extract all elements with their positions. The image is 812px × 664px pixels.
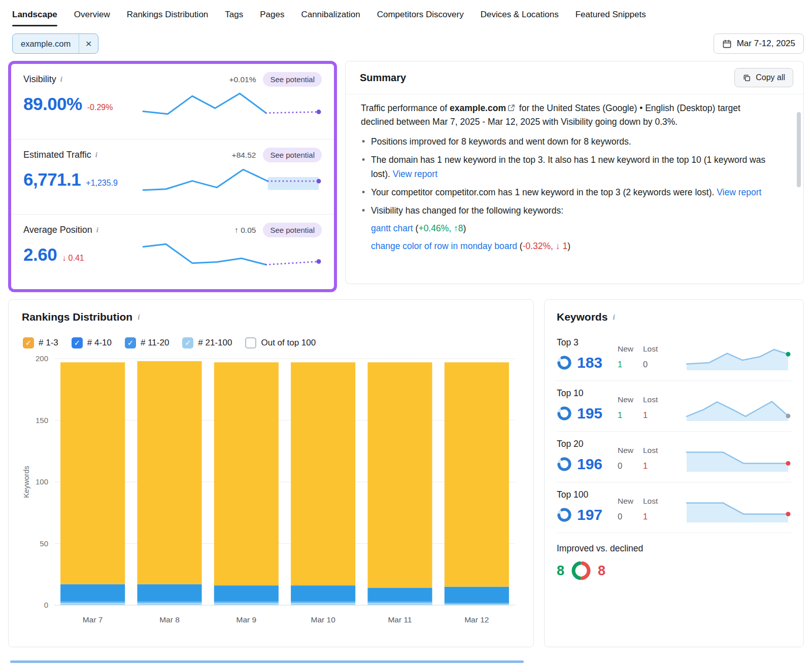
visibility-card: Visibility i +0.01% See potential 89.00%… <box>11 64 334 139</box>
bucket-label: Top 3 <box>557 337 618 348</box>
link[interactable]: View report <box>717 187 761 197</box>
top-section: Visibility i +0.01% See potential 89.00%… <box>0 60 812 292</box>
tab-rankings-distribution[interactable]: Rankings Distribution <box>127 10 209 26</box>
tab-cannibalization[interactable]: Cannibalization <box>301 10 360 26</box>
position-tracking-page: LandscapeOverviewRankings DistributionTa… <box>0 0 812 647</box>
svg-text:200: 200 <box>36 354 48 363</box>
link[interactable]: gantt chart <box>371 223 413 233</box>
legend-11-20[interactable]: ✓# 11-20 <box>125 337 169 348</box>
new-count: 0 <box>618 461 643 471</box>
keyword-rows: Top 3183New1Lost0Top 10195New1Lost1Top 2… <box>557 330 791 533</box>
improved-count[interactable]: 8 <box>557 563 564 579</box>
bucket-label: Top 100 <box>557 490 618 500</box>
checked-checkbox-icon[interactable]: ✓ <box>182 337 193 348</box>
keywords-title: Keywords <box>557 311 607 323</box>
summary-bullets: Positions improved for 8 keywords and we… <box>361 135 775 253</box>
domain-filter-chip[interactable]: example.com × <box>12 33 98 54</box>
legend-label: # 11-20 <box>141 338 169 348</box>
new-count: 1 <box>618 410 643 420</box>
position-value: 2.60 <box>23 244 57 265</box>
checked-checkbox-icon[interactable]: ✓ <box>72 337 83 348</box>
tab-devices-locations[interactable]: Devices & Locations <box>481 10 559 26</box>
svg-text:Mar 8: Mar 8 <box>159 615 180 624</box>
keyword-trend-sparkline <box>684 496 791 523</box>
summary-title: Summary <box>360 72 406 84</box>
visibility-header-delta: +0.01% <box>229 75 256 84</box>
tab-landscape[interactable]: Landscape <box>12 10 57 26</box>
summary-bullet: Your competitor competitor.com has 1 new… <box>361 186 775 199</box>
calendar-icon <box>722 39 732 49</box>
svg-text:Mar 12: Mar 12 <box>464 615 489 624</box>
tab-tags[interactable]: Tags <box>225 10 243 26</box>
keyword-count[interactable]: 196 <box>577 456 602 473</box>
summary-bullet: Visibility has changed for the following… <box>361 204 775 253</box>
link[interactable]: View report <box>393 169 437 179</box>
bucket-label: Top 10 <box>557 388 618 399</box>
info-icon[interactable]: i <box>96 226 98 234</box>
declined-count[interactable]: 8 <box>598 563 605 579</box>
info-icon[interactable]: i <box>138 313 140 322</box>
legend-4-10[interactable]: ✓# 4-10 <box>72 337 112 348</box>
legend-1-3[interactable]: ✓# 1-3 <box>23 337 58 348</box>
lost-count: 1 <box>643 461 668 471</box>
filter-row: example.com × Mar 7-12, 2025 <box>0 26 812 60</box>
summary-bullet: The domain has 1 new keyword in the top … <box>361 153 775 181</box>
info-icon[interactable]: i <box>613 313 615 322</box>
legend-out-of-top-100[interactable]: Out of top 100 <box>245 337 316 348</box>
tab-overview[interactable]: Overview <box>74 10 110 26</box>
summary-panel: Summary Copy all Traffic performance of … <box>345 61 804 284</box>
see-potential-badge[interactable]: See potential <box>263 148 322 162</box>
copy-all-button[interactable]: Copy all <box>734 68 793 87</box>
lost-header: Lost <box>643 344 668 354</box>
legend-label: # 21-100 <box>198 338 232 348</box>
rankings-distribution-panel: Rankings Distribution i ✓# 1-3✓# 4-10✓# … <box>8 299 534 647</box>
lost-header: Lost <box>643 497 668 506</box>
link[interactable]: change color of row in monday board <box>371 241 517 251</box>
progress-donut-icon <box>557 507 572 522</box>
rankings-distribution-chart: 050100150200KeywordsMar 7Mar 8Mar 9Mar 1… <box>22 351 520 628</box>
info-icon[interactable]: i <box>60 75 62 84</box>
keyword-row-top-20: Top 20196New0Lost1 <box>557 432 791 482</box>
info-icon[interactable]: i <box>95 151 97 159</box>
keywords-panel: Keywords i Top 3183New1Lost0Top 10195New… <box>544 299 804 647</box>
new-header: New <box>618 497 643 506</box>
summary-intro: Traffic performance of example.com for t… <box>361 101 775 129</box>
svg-text:Mar 7: Mar 7 <box>83 615 103 624</box>
unchecked-checkbox-icon[interactable] <box>245 337 256 348</box>
tab-pages[interactable]: Pages <box>260 10 284 26</box>
rankings-legend: ✓# 1-3✓# 4-10✓# 11-20✓# 21-100Out of top… <box>23 337 520 348</box>
nav-tabs: LandscapeOverviewRankings DistributionTa… <box>0 0 812 26</box>
position-sparkline <box>140 238 322 271</box>
close-icon[interactable]: × <box>79 34 98 53</box>
lost-count: 0 <box>643 360 668 369</box>
tab-featured-snippets[interactable]: Featured Snippets <box>576 10 646 26</box>
legend-21-100[interactable]: ✓# 21-100 <box>182 337 232 348</box>
position-header-delta: ↑ 0.05 <box>234 226 256 235</box>
tab-competitors-discovery[interactable]: Competitors Discovery <box>377 10 464 26</box>
traffic-header-delta: +84.52 <box>232 151 256 160</box>
legend-label: # 4-10 <box>87 338 112 348</box>
lost-header: Lost <box>643 446 668 455</box>
visibility-value: 89.00% <box>23 94 82 114</box>
keyword-count[interactable]: 195 <box>577 405 602 422</box>
external-link-icon[interactable] <box>507 104 515 112</box>
traffic-sparkline <box>140 163 322 196</box>
lost-count: 1 <box>643 410 668 420</box>
date-range-picker[interactable]: Mar 7-12, 2025 <box>714 33 804 54</box>
average-position-label: Average Position <box>23 225 92 235</box>
summary-bullet: Positions improved for 8 keywords and we… <box>361 135 775 149</box>
see-potential-badge[interactable]: See potential <box>263 223 322 237</box>
visibility-sparkline <box>140 88 322 120</box>
checked-checkbox-icon[interactable]: ✓ <box>23 337 34 348</box>
see-potential-badge[interactable]: See potential <box>263 72 322 87</box>
visibility-label: Visibility <box>23 74 56 85</box>
keyword-count[interactable]: 183 <box>577 354 602 371</box>
keyword-count[interactable]: 197 <box>577 506 602 523</box>
copy-icon <box>742 74 751 82</box>
checked-checkbox-icon[interactable]: ✓ <box>125 337 136 348</box>
scrollbar-thumb[interactable] <box>797 112 801 187</box>
traffic-delta: +1,235.9 <box>86 179 118 188</box>
improved-vs-declined: Improved vs. declined 8 8 <box>557 543 791 581</box>
svg-text:150: 150 <box>36 416 48 425</box>
keyword-change-line: gantt chart (+0.46%, ↑8) <box>371 222 775 235</box>
